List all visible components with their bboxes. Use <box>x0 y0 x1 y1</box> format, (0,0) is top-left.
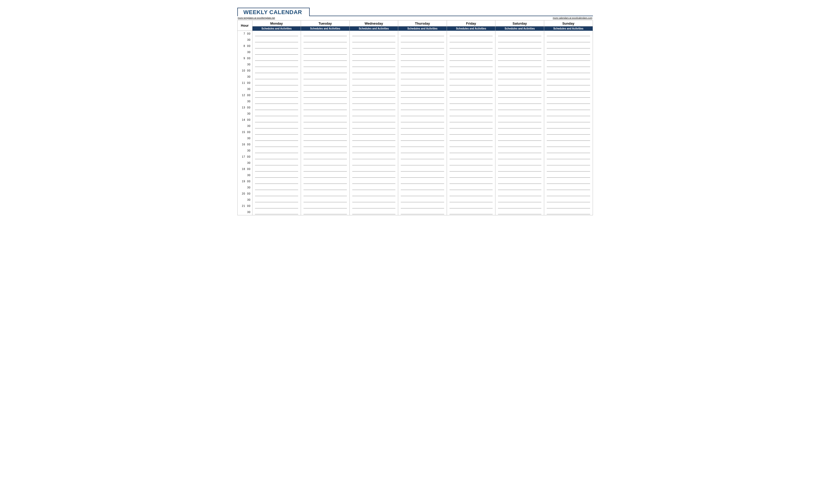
schedule-slot[interactable] <box>544 92 593 98</box>
schedule-slot[interactable] <box>398 135 447 141</box>
schedule-slot[interactable] <box>496 160 544 166</box>
schedule-slot[interactable] <box>447 178 496 184</box>
schedule-slot[interactable] <box>349 37 398 43</box>
schedule-slot[interactable] <box>349 105 398 111</box>
schedule-slot[interactable] <box>447 197 496 203</box>
schedule-slot[interactable] <box>398 86 447 92</box>
schedule-slot[interactable] <box>301 62 350 68</box>
schedule-slot[interactable] <box>252 31 301 37</box>
schedule-slot[interactable] <box>398 37 447 43</box>
schedule-slot[interactable] <box>544 49 593 55</box>
schedule-slot[interactable] <box>496 123 544 129</box>
schedule-slot[interactable] <box>496 117 544 123</box>
schedule-slot[interactable] <box>349 86 398 92</box>
schedule-slot[interactable] <box>301 166 350 172</box>
schedule-slot[interactable] <box>496 49 544 55</box>
schedule-slot[interactable] <box>349 191 398 197</box>
schedule-slot[interactable] <box>447 105 496 111</box>
schedule-slot[interactable] <box>349 184 398 191</box>
schedule-slot[interactable] <box>544 111 593 117</box>
schedule-slot[interactable] <box>496 80 544 86</box>
schedule-slot[interactable] <box>301 111 350 117</box>
schedule-slot[interactable] <box>301 98 350 105</box>
schedule-slot[interactable] <box>544 31 593 37</box>
schedule-slot[interactable] <box>301 74 350 80</box>
schedule-slot[interactable] <box>301 160 350 166</box>
schedule-slot[interactable] <box>349 203 398 209</box>
schedule-slot[interactable] <box>496 37 544 43</box>
schedule-slot[interactable] <box>349 80 398 86</box>
schedule-slot[interactable] <box>252 111 301 117</box>
schedule-slot[interactable] <box>544 191 593 197</box>
schedule-slot[interactable] <box>447 80 496 86</box>
schedule-slot[interactable] <box>349 123 398 129</box>
schedule-slot[interactable] <box>252 43 301 49</box>
schedule-slot[interactable] <box>544 129 593 135</box>
schedule-slot[interactable] <box>398 43 447 49</box>
schedule-slot[interactable] <box>252 68 301 74</box>
schedule-slot[interactable] <box>496 43 544 49</box>
schedule-slot[interactable] <box>301 154 350 160</box>
schedule-slot[interactable] <box>496 68 544 74</box>
schedule-slot[interactable] <box>252 92 301 98</box>
schedule-slot[interactable] <box>398 68 447 74</box>
schedule-slot[interactable] <box>398 203 447 209</box>
schedule-slot[interactable] <box>349 129 398 135</box>
schedule-slot[interactable] <box>447 184 496 191</box>
schedule-slot[interactable] <box>398 197 447 203</box>
schedule-slot[interactable] <box>301 86 350 92</box>
schedule-slot[interactable] <box>496 74 544 80</box>
schedule-slot[interactable] <box>301 55 350 62</box>
schedule-slot[interactable] <box>252 80 301 86</box>
schedule-slot[interactable] <box>301 123 350 129</box>
schedule-slot[interactable] <box>301 172 350 178</box>
schedule-slot[interactable] <box>447 141 496 148</box>
schedule-slot[interactable] <box>301 43 350 49</box>
schedule-slot[interactable] <box>349 31 398 37</box>
schedule-slot[interactable] <box>544 135 593 141</box>
schedule-slot[interactable] <box>544 166 593 172</box>
schedule-slot[interactable] <box>398 31 447 37</box>
schedule-slot[interactable] <box>301 31 350 37</box>
schedule-slot[interactable] <box>349 178 398 184</box>
schedule-slot[interactable] <box>496 141 544 148</box>
schedule-slot[interactable] <box>349 166 398 172</box>
schedule-slot[interactable] <box>447 209 496 215</box>
schedule-slot[interactable] <box>398 55 447 62</box>
schedule-slot[interactable] <box>349 197 398 203</box>
schedule-slot[interactable] <box>349 49 398 55</box>
schedule-slot[interactable] <box>252 209 301 215</box>
schedule-slot[interactable] <box>349 172 398 178</box>
schedule-slot[interactable] <box>447 117 496 123</box>
schedule-slot[interactable] <box>447 203 496 209</box>
schedule-slot[interactable] <box>301 68 350 74</box>
schedule-slot[interactable] <box>496 148 544 154</box>
schedule-slot[interactable] <box>496 86 544 92</box>
schedule-slot[interactable] <box>398 209 447 215</box>
schedule-slot[interactable] <box>544 178 593 184</box>
schedule-slot[interactable] <box>349 117 398 123</box>
schedule-slot[interactable] <box>544 141 593 148</box>
schedule-slot[interactable] <box>496 62 544 68</box>
schedule-slot[interactable] <box>398 92 447 98</box>
schedule-slot[interactable] <box>252 178 301 184</box>
schedule-slot[interactable] <box>398 49 447 55</box>
schedule-slot[interactable] <box>301 37 350 43</box>
schedule-slot[interactable] <box>447 37 496 43</box>
schedule-slot[interactable] <box>349 62 398 68</box>
schedule-slot[interactable] <box>252 148 301 154</box>
schedule-slot[interactable] <box>496 129 544 135</box>
schedule-slot[interactable] <box>252 55 301 62</box>
schedule-slot[interactable] <box>447 43 496 49</box>
schedule-slot[interactable] <box>496 31 544 37</box>
schedule-slot[interactable] <box>349 135 398 141</box>
schedule-slot[interactable] <box>349 141 398 148</box>
schedule-slot[interactable] <box>447 191 496 197</box>
schedule-slot[interactable] <box>252 37 301 43</box>
schedule-slot[interactable] <box>447 55 496 62</box>
schedule-slot[interactable] <box>544 55 593 62</box>
schedule-slot[interactable] <box>447 160 496 166</box>
schedule-slot[interactable] <box>544 117 593 123</box>
schedule-slot[interactable] <box>447 74 496 80</box>
schedule-slot[interactable] <box>301 135 350 141</box>
